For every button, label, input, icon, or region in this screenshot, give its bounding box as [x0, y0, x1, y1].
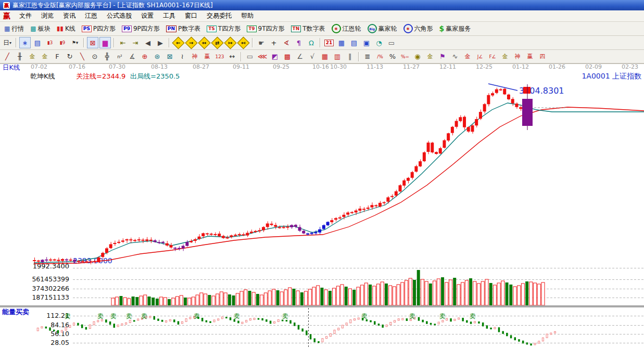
menu-item-0[interactable]: 文件 — [15, 11, 36, 20]
toolbar-item-行情[interactable]: ▦行情 — [1, 23, 27, 34]
parallel-lines-icon[interactable]: ∥ — [344, 51, 356, 62]
shen-grid-icon[interactable]: 神 — [189, 51, 200, 62]
diamond-out-icon[interactable]: ↤ — [237, 37, 249, 48]
first-page-icon[interactable]: ⇤ — [117, 37, 129, 48]
grid-ruler2-icon[interactable]: ╬ — [102, 51, 113, 62]
pencil-fan-icon[interactable]: ∠ — [294, 51, 306, 62]
print-icon[interactable]: ▭ — [386, 37, 397, 48]
spiderweb-box-icon[interactable]: ⊠ — [164, 51, 175, 62]
toolbar-item-六角形[interactable]: ◉六角形 — [400, 23, 436, 34]
brush-icon[interactable]: ╱ — [2, 51, 13, 62]
chart-area[interactable]: 07-0207-1607-3008-1308-2709-1109-2510-16… — [0, 63, 644, 348]
j-angle-icon[interactable]: J∠ — [474, 51, 486, 62]
cycle-icon[interactable]: Ω — [306, 37, 317, 48]
fan-box-icon[interactable]: ◩ — [269, 51, 281, 62]
box-tool-icon[interactable]: ▭ — [244, 51, 256, 62]
shen-angle-icon[interactable]: 神 — [512, 51, 523, 62]
kline-chart-svg[interactable]: 07-0207-1607-3008-1308-2709-1109-2510-16… — [0, 63, 644, 348]
next-page-icon[interactable]: ▶ — [155, 37, 166, 48]
spiral-icon[interactable]: ↻ — [64, 51, 75, 62]
toolbar-item-9T四方形[interactable]: T99T四方形 — [244, 23, 287, 34]
red-grid2-icon[interactable]: ▥ — [332, 51, 343, 62]
last-page-icon[interactable]: ⇥ — [130, 37, 141, 48]
document-icon[interactable]: ▤ — [32, 37, 43, 48]
toolbar-item-江恩轮[interactable]: ◉江恩轮 — [329, 23, 364, 34]
wave-band-icon[interactable]: ∿ — [449, 51, 461, 62]
menu-item-5[interactable]: 设置 — [136, 11, 158, 20]
save-icon[interactable]: ▣ — [361, 37, 372, 48]
network-icon[interactable]: ∗ — [19, 37, 31, 48]
flag-pen-icon[interactable]: ⚑ — [437, 51, 448, 62]
world-clock-icon[interactable]: ◔ — [373, 37, 385, 48]
toolbar-item-P四方形[interactable]: PSP四方形 — [79, 23, 119, 34]
notes-icon[interactable]: ▤ — [348, 37, 360, 48]
menu-item-9[interactable]: 帮助 — [236, 11, 258, 20]
menu-item-2[interactable]: 资讯 — [58, 11, 80, 20]
num123-grid-icon[interactable]: 123 — [214, 51, 225, 62]
crosshair-icon[interactable]: + — [268, 37, 280, 48]
toolbar-item-P数字表[interactable]: PNP数字表 — [163, 23, 204, 34]
spiderweb-icon[interactable]: ⊛ — [151, 51, 163, 62]
red-grid-icon[interactable]: ▦ — [319, 51, 331, 62]
date-tick: 07-02 — [31, 63, 47, 70]
gold-circle-icon[interactable]: ◉ — [412, 51, 423, 62]
flag-dropdown-icon[interactable]: ⚑▾ — [69, 37, 81, 48]
bars3-icon[interactable]: ▮3 — [44, 37, 56, 48]
toolbar-item-板块[interactable]: ▩板块 — [27, 23, 53, 34]
gold-grid2-icon[interactable]: 金 — [39, 51, 50, 62]
toolbar-item-T四方形[interactable]: TST四方形 — [204, 23, 244, 34]
toolbar-item-K线[interactable]: ▮▮K线 — [54, 23, 79, 34]
diamond-expand-icon[interactable]: ↔ — [198, 37, 210, 48]
menu-item-1[interactable]: 浏览 — [36, 11, 58, 20]
ying-angle-icon[interactable]: 赢 — [524, 51, 536, 62]
panel-separator[interactable] — [0, 305, 644, 307]
gold-grid-icon[interactable]: 金 — [27, 51, 38, 62]
pct-lines-icon[interactable]: %= — [399, 51, 411, 62]
gann-shape-icon[interactable]: ¶ — [293, 37, 305, 48]
fan-lines-icon[interactable]: ⋘ — [257, 51, 268, 62]
gold-red-lines-icon[interactable]: 金 — [462, 51, 473, 62]
toolbar-item-9P四方形[interactable]: P99P四方形 — [119, 23, 163, 34]
pct-slash-icon[interactable]: /% — [374, 51, 386, 62]
percent-icon[interactable]: % — [387, 51, 398, 62]
diamond-in-icon[interactable]: ↦ — [224, 37, 236, 48]
f-grid-icon[interactable]: F — [52, 51, 63, 62]
bars9-icon[interactable]: ▮9 — [57, 37, 68, 48]
compass-icon[interactable]: ⊕ — [139, 51, 150, 62]
n2-grid-icon[interactable]: n² — [114, 51, 125, 62]
menu-item-6[interactable]: 工具 — [158, 11, 180, 20]
period-day-dropdown[interactable]: 日▾ — [2, 37, 13, 48]
hspan-icon[interactable]: ↔ — [226, 51, 238, 62]
si-angle-icon[interactable]: 四 — [537, 51, 548, 62]
gold-angle-icon[interactable]: 金 — [499, 51, 511, 62]
net-box-icon[interactable]: ▩ — [282, 51, 293, 62]
region-icon[interactable]: ⊠ — [87, 37, 98, 48]
calculator-icon[interactable]: ▦ — [336, 37, 347, 48]
window-titlebar[interactable]: 赢 赢家江恩专业版[赢家内部服务平台] - [上证指数 SH1A0001-167… — [0, 0, 644, 10]
diamond-right-icon[interactable]: → — [185, 37, 197, 48]
calendar-icon[interactable]: 21 — [323, 37, 335, 48]
diamond-swap-icon[interactable]: ⇄ — [211, 37, 223, 48]
menu-item-3[interactable]: 江恩 — [80, 11, 102, 20]
angle-measure-icon[interactable]: ∢ — [281, 37, 292, 48]
toolbar-item-T数字表[interactable]: TNT数字表 — [288, 23, 329, 34]
menu-item-8[interactable]: 交易委托 — [202, 11, 236, 20]
f-angle-icon[interactable]: F∠ — [487, 51, 498, 62]
brush2-icon[interactable]: ╲ — [77, 51, 88, 62]
menu-item-4[interactable]: 公式选股 — [102, 11, 136, 20]
toolbar-item-赢家轮[interactable]: Big赢家轮 — [364, 23, 400, 34]
pulse-icon[interactable]: ≀ — [176, 51, 188, 62]
diamond-left-icon[interactable]: ← — [172, 37, 184, 48]
grid-ruler-icon[interactable]: ╫ — [14, 51, 26, 62]
gold-lines-icon[interactable]: 金 — [424, 51, 436, 62]
profile-icon[interactable]: ≣ — [362, 51, 373, 62]
menu-item-7[interactable]: 窗口 — [180, 11, 202, 20]
time-cycle-icon[interactable]: ⊙ — [89, 51, 100, 62]
hand-icon[interactable]: ☛ — [256, 37, 267, 48]
prev-page-icon[interactable]: ◀ — [142, 37, 154, 48]
wave-check-icon[interactable]: √ — [307, 51, 318, 62]
ying-grid-icon[interactable]: 赢 — [201, 51, 213, 62]
histogram-icon[interactable]: ▆ — [99, 37, 111, 48]
toolbar-item-赢家服务[interactable]: $赢家服务 — [436, 23, 474, 34]
mirror-angle-icon[interactable]: ∡ — [127, 51, 138, 62]
